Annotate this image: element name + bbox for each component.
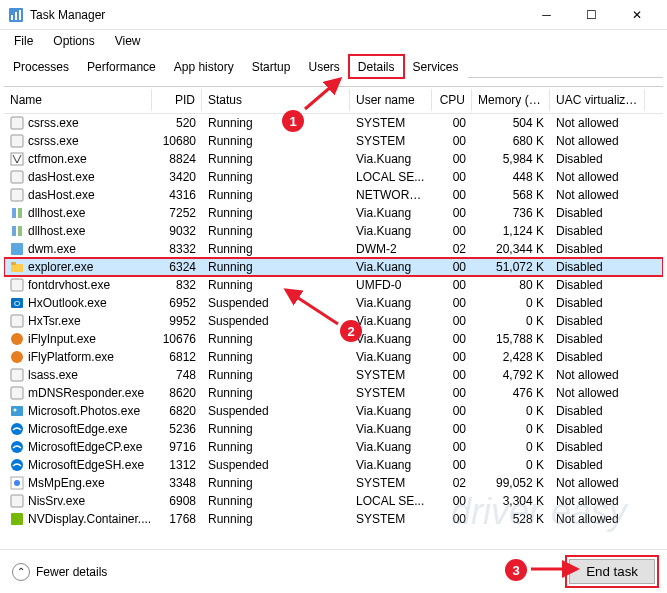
- process-row[interactable]: MsMpEng.exe3348RunningSYSTEM0299,052 KNo…: [4, 474, 663, 492]
- cell-pid: 8620: [152, 385, 202, 401]
- col-uac[interactable]: UAC virtualizat...: [550, 89, 645, 111]
- cell-uac: Not allowed: [550, 133, 645, 149]
- cell-cpu: 00: [432, 403, 472, 419]
- process-row[interactable]: NVDisplay.Container....1768RunningSYSTEM…: [4, 510, 663, 528]
- col-name[interactable]: Name: [4, 89, 152, 111]
- svg-rect-8: [11, 189, 23, 201]
- cell-user: SYSTEM: [350, 385, 432, 401]
- cell-pid: 832: [152, 277, 202, 293]
- process-row[interactable]: csrss.exe10680RunningSYSTEM00680 KNot al…: [4, 132, 663, 150]
- col-pid[interactable]: PID: [152, 89, 202, 111]
- cell-uac: Disabled: [550, 241, 645, 257]
- cell-cpu: 00: [432, 421, 472, 437]
- svg-line-34: [286, 290, 338, 324]
- cell-name: NVDisplay.Container....: [4, 511, 152, 527]
- cell-user: Via.Kuang: [350, 349, 432, 365]
- process-row[interactable]: MicrosoftEdgeSH.exe1312SuspendedVia.Kuan…: [4, 456, 663, 474]
- process-row[interactable]: dasHost.exe4316RunningNETWORK...00568 KN…: [4, 186, 663, 204]
- cell-mem: 0 K: [472, 439, 550, 455]
- cell-uac: Disabled: [550, 295, 645, 311]
- process-row[interactable]: dasHost.exe3420RunningLOCAL SE...00448 K…: [4, 168, 663, 186]
- cell-uac: Disabled: [550, 223, 645, 239]
- cell-mem: 0 K: [472, 421, 550, 437]
- close-button[interactable]: ✕: [614, 0, 659, 30]
- svg-rect-15: [11, 262, 16, 265]
- cell-mem: 0 K: [472, 457, 550, 473]
- cell-status: Running: [202, 475, 350, 491]
- cell-cpu: 00: [432, 169, 472, 185]
- process-row[interactable]: NisSrv.exe6908RunningLOCAL SE...003,304 …: [4, 492, 663, 510]
- process-row[interactable]: mDNSResponder.exe8620RunningSYSTEM00476 …: [4, 384, 663, 402]
- svg-rect-10: [18, 208, 22, 218]
- menu-view[interactable]: View: [107, 32, 149, 50]
- svg-rect-5: [11, 135, 23, 147]
- cell-name: csrss.exe: [4, 133, 152, 149]
- cell-status: Running: [202, 367, 350, 383]
- annotation-arrow-2: [278, 282, 348, 332]
- cell-uac: Disabled: [550, 457, 645, 473]
- cell-mem: 2,428 K: [472, 349, 550, 365]
- cell-mem: 80 K: [472, 277, 550, 293]
- svg-rect-2: [15, 12, 17, 20]
- tab-performance[interactable]: Performance: [78, 55, 165, 78]
- process-row[interactable]: lsass.exe748RunningSYSTEM004,792 KNot al…: [4, 366, 663, 384]
- process-row[interactable]: MicrosoftEdge.exe5236RunningVia.Kuang000…: [4, 420, 663, 438]
- svg-rect-19: [11, 315, 23, 327]
- maximize-button[interactable]: ☐: [569, 0, 614, 30]
- cell-pid: 8824: [152, 151, 202, 167]
- cell-pid: 5236: [152, 421, 202, 437]
- cell-status: Running: [202, 115, 350, 131]
- tab-services[interactable]: Services: [404, 55, 468, 78]
- menu-options[interactable]: Options: [45, 32, 102, 50]
- cell-uac: Disabled: [550, 439, 645, 455]
- cell-status: Running: [202, 493, 350, 509]
- cell-cpu: 00: [432, 511, 472, 527]
- minimize-button[interactable]: ─: [524, 0, 569, 30]
- cell-uac: Disabled: [550, 205, 645, 221]
- col-user[interactable]: User name: [350, 89, 432, 111]
- tab-startup[interactable]: Startup: [243, 55, 300, 78]
- col-mem[interactable]: Memory (a...: [472, 89, 550, 111]
- process-row[interactable]: iFlyPlatform.exe6812RunningVia.Kuang002,…: [4, 348, 663, 366]
- cell-name: OHxOutlook.exe: [4, 295, 152, 311]
- col-cpu[interactable]: CPU: [432, 89, 472, 111]
- cell-uac: Disabled: [550, 313, 645, 329]
- cell-pid: 9032: [152, 223, 202, 239]
- cell-uac: Not allowed: [550, 187, 645, 203]
- cell-pid: 7252: [152, 205, 202, 221]
- tab-app-history[interactable]: App history: [165, 55, 243, 78]
- process-row[interactable]: ctfmon.exe8824RunningVia.Kuang005,984 KD…: [4, 150, 663, 168]
- cell-pid: 6908: [152, 493, 202, 509]
- process-row[interactable]: csrss.exe520RunningSYSTEM00504 KNot allo…: [4, 114, 663, 132]
- cell-user: Via.Kuang: [350, 205, 432, 221]
- cell-user: Via.Kuang: [350, 151, 432, 167]
- cell-uac: Disabled: [550, 331, 645, 347]
- menu-file[interactable]: File: [6, 32, 41, 50]
- cell-mem: 51,072 K: [472, 259, 550, 275]
- tab-processes[interactable]: Processes: [4, 55, 78, 78]
- process-row[interactable]: dllhost.exe9032RunningVia.Kuang001,124 K…: [4, 222, 663, 240]
- annotation-badge-3: 3: [505, 559, 527, 581]
- svg-rect-11: [12, 226, 16, 236]
- cell-cpu: 00: [432, 259, 472, 275]
- cell-user: UMFD-0: [350, 277, 432, 293]
- fewer-details-button[interactable]: ⌃ Fewer details: [12, 563, 107, 581]
- cell-user: Via.Kuang: [350, 331, 432, 347]
- titlebar: Task Manager ─ ☐ ✕: [0, 0, 667, 30]
- process-row[interactable]: explorer.exe6324RunningVia.Kuang0051,072…: [4, 258, 663, 276]
- process-row[interactable]: iFlyInput.exe10676RunningVia.Kuang0015,7…: [4, 330, 663, 348]
- process-row[interactable]: dwm.exe8332RunningDWM-20220,344 KDisable…: [4, 240, 663, 258]
- process-row[interactable]: Microsoft.Photos.exe6820SuspendedVia.Kua…: [4, 402, 663, 420]
- cell-uac: Disabled: [550, 421, 645, 437]
- process-row[interactable]: MicrosoftEdgeCP.exe9716RunningVia.Kuang0…: [4, 438, 663, 456]
- cell-cpu: 00: [432, 151, 472, 167]
- cell-mem: 15,788 K: [472, 331, 550, 347]
- cell-mem: 528 K: [472, 511, 550, 527]
- tab-details[interactable]: Details: [349, 55, 404, 78]
- cell-name: HxTsr.exe: [4, 313, 152, 329]
- process-row[interactable]: dllhost.exe7252RunningVia.Kuang00736 KDi…: [4, 204, 663, 222]
- cell-name: csrss.exe: [4, 115, 152, 131]
- cell-user: DWM-2: [350, 241, 432, 257]
- cell-user: Via.Kuang: [350, 259, 432, 275]
- cell-pid: 1768: [152, 511, 202, 527]
